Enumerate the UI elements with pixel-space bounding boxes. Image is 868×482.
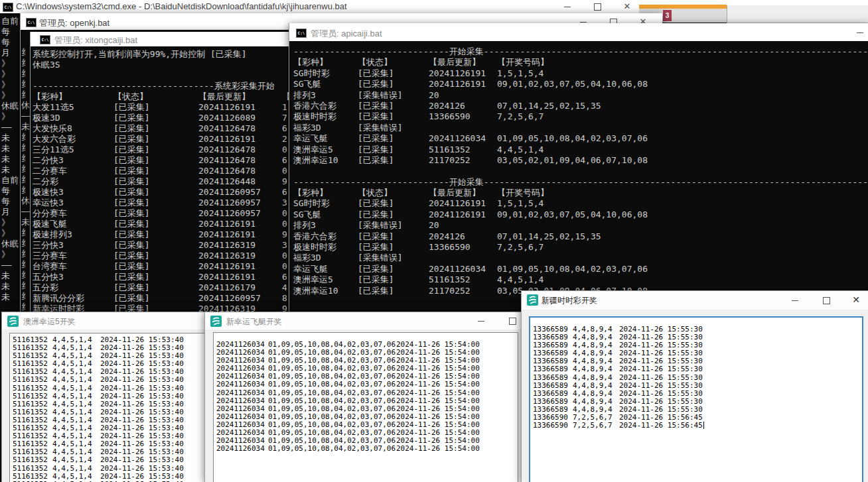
collect-divider: ------------------------------开始采集------… bbox=[293, 177, 868, 188]
table-row: 幸运快3 [已采集] 202411260957 3 bbox=[33, 198, 291, 208]
list-row: 20241126034 01,09,05,10,08,04,02,03,07,0… bbox=[214, 445, 518, 453]
cmd-icon[interactable]: C:\ bbox=[296, 29, 307, 38]
table-row: 三分快3 [已采集] 20241126319 3 bbox=[33, 240, 291, 251]
table-row: 极速时时彩 [已采集] 13366590 7,2,5,6,7 bbox=[293, 111, 868, 122]
table-row: 二分赛车 [已采集] 20241126478 0 bbox=[33, 166, 291, 176]
list-row: 51161352 4,4,5,1,4 2024-11-26 15:53:40 bbox=[10, 392, 206, 400]
maximize-button[interactable] bbox=[504, 315, 520, 327]
col-status: 【状态】 bbox=[358, 57, 429, 68]
table-row: 新腾讯分分彩 [已采集] 202411260957 8 bbox=[33, 293, 291, 304]
minimize-icon bbox=[792, 300, 798, 301]
cmd-icon[interactable]: C:\ bbox=[26, 18, 36, 27]
list-row: 51161352 4,4,5,1,4 2024-11-26 15:53:40 bbox=[10, 465, 206, 473]
easy-language-icon[interactable] bbox=[7, 316, 19, 327]
close-button[interactable]: ✕ bbox=[619, 1, 635, 13]
close-button[interactable]: ✕ bbox=[848, 294, 864, 306]
table-row: 极速快3 [已采集] 202411260957 6 bbox=[33, 187, 291, 198]
window-aozhou-xingyun5: 澳洲幸运5开奖 51161352 4,4,5,1,4 2024-11-26 15… bbox=[1, 312, 210, 482]
cmd-icon[interactable]: C:\ bbox=[40, 35, 50, 44]
table-header: 【彩种】 【状态】 【最后更新】 【开 bbox=[33, 91, 291, 102]
col-status: 【状态】 bbox=[113, 91, 198, 102]
table-row: 排列3 [采集错误] 20 bbox=[293, 90, 868, 101]
easy-language-icon[interactable] bbox=[527, 294, 538, 306]
minimize-button[interactable] bbox=[787, 294, 803, 306]
window-title: 新幸运飞艇开奖 bbox=[226, 316, 282, 328]
table-row: 五分彩 [已采集] 20241126179 4 bbox=[33, 282, 291, 293]
draw-results-list[interactable]: 51161352 4,4,5,1,4 2024-11-26 15:53:40 5… bbox=[9, 333, 207, 482]
notification-badge: 3 bbox=[663, 10, 672, 21]
cmd-icon[interactable]: C:\ bbox=[3, 3, 13, 12]
window-title: 新疆时时彩开奖 bbox=[542, 295, 597, 306]
titlebar-aozhou[interactable]: 澳洲幸运5开奖 bbox=[2, 312, 210, 330]
list-row: 51161352 4,4,5,1,4 2024-11-26 15:53:40 bbox=[10, 456, 206, 464]
table-row: 二分彩 [已采集] 20241126448 9 bbox=[33, 176, 291, 187]
col-last-update: 【最后更新】 bbox=[198, 91, 282, 102]
minimize-button[interactable] bbox=[559, 1, 575, 13]
collection-table-1: SG时时彩 [已采集] 20241126191 1,5,1,5,4 SG飞艇 [… bbox=[293, 68, 868, 166]
collection-table-2: SG时时彩 [已采集] 20241126191 1,5,1,5,4 SG飞艇 [… bbox=[293, 198, 868, 296]
sleep-line: 休眠3S bbox=[33, 60, 291, 70]
text-cursor bbox=[703, 422, 704, 429]
window-xinjiang-shishicai: 新疆时时彩开奖 ✕ 13366589 4,4,8,9,4 2024-11-26 … bbox=[521, 290, 868, 482]
table-row: 极速3D [已采集] 20241126089 7 bbox=[33, 113, 291, 123]
list-row: 13366590 7,2,5,6,7 2024-11-26 15:56:45 bbox=[530, 422, 862, 430]
window-title: C:\Windows\system32\cmd.exe - D:\BaiduNe… bbox=[16, 1, 347, 11]
titlebar-apicaiji[interactable]: C:\ 管理员: apicaiji.bat bbox=[289, 23, 868, 41]
titlebar-xitongcaiji[interactable]: C:\ 管理员: xitongcaiji.bat bbox=[31, 32, 291, 46]
list-row: 20241126034 01,09,05,10,08,04,02,03,07,0… bbox=[214, 397, 518, 405]
table-header: 【彩种】 【状态】 【最后更新】 【开奖号码】 bbox=[293, 188, 868, 198]
table-row: SG时时彩 [已采集] 20241126191 1,5,1,5,4 bbox=[293, 68, 868, 79]
draw-results-list[interactable]: 20241126034 01,09,05,10,08,04,02,03,07,0… bbox=[213, 332, 518, 482]
background-window-fragment-2 bbox=[727, 5, 868, 23]
list-row: 13366589 4,4,8,9,4 2024-11-26 15:55:30 bbox=[530, 374, 862, 382]
table-row: 澳洲幸运10 [已采集] 21170252 03,05,02,01,09,04,… bbox=[293, 155, 868, 166]
maximize-button[interactable] bbox=[818, 294, 834, 306]
titlebar-xinjiang[interactable]: 新疆时时彩开奖 ✕ bbox=[522, 291, 868, 310]
col-lottery-type: 【彩种】 bbox=[293, 57, 358, 68]
table-row: SG飞艇 [已采集] 20241126191 09,01,02,03,07,05… bbox=[293, 210, 868, 220]
maximize-icon bbox=[823, 297, 830, 304]
clipped-console-text: 纟纟纟纟纟休眠——未纟纟纟纟纟纟休眠——未纟纟纟纟纟纟纟纟 bbox=[21, 47, 30, 312]
table-row: 大发11选5 [已采集] 20241126191 1 bbox=[33, 102, 291, 113]
flashing-titlebar-stripe bbox=[639, 5, 727, 9]
table-row: 台湾赛车 [已采集] 20241126191 0 bbox=[33, 261, 291, 272]
table-row: 极速飞艇 [已采集] 20241126191 0 bbox=[33, 219, 291, 229]
minimize-button[interactable] bbox=[852, 27, 868, 38]
window-title: 管理员: openkj.bat bbox=[39, 17, 109, 29]
table-row: 二分快3 [已采集] 20241126478 6 bbox=[33, 155, 291, 166]
minimize-button[interactable] bbox=[473, 315, 489, 327]
clipped-console-text: 自前每每月》》》》休眠》——未未未未自前每每月》》休眠》——未未未 bbox=[1, 16, 19, 314]
window-title: 管理员: xitongcaiji.bat bbox=[54, 34, 137, 46]
maximize-icon bbox=[509, 318, 516, 325]
table-row: 五分快3 [已采集] 20241126191 6 bbox=[33, 272, 291, 282]
table-row: 幸运飞艇 [已采集] 20241126034 01,09,05,10,08,04… bbox=[293, 264, 868, 274]
table-row: 大发六合彩 [已采集] 20241126191 2 bbox=[33, 134, 291, 145]
desktop: { "appearance": { "console_bg": "#0c0c0c… bbox=[0, 0, 868, 482]
section-divider: -----------------------------------系统彩采集… bbox=[33, 81, 291, 91]
table-row: 澳洲幸运5 [已采集] 51161352 4,4,5,1,4 bbox=[293, 274, 868, 285]
minimize-icon bbox=[857, 32, 863, 33]
minimize-icon bbox=[580, 22, 587, 23]
window-xin-xingyun-feiting: 新幸运飞艇开奖 20241126034 01,09,05,10,08,04,02… bbox=[204, 312, 526, 482]
table-row: 三分11选5 [已采集] 20241126478 0 bbox=[33, 145, 291, 155]
table-row: 幸运飞艇 [已采集] 20241126034 01,09,05,10,08,04… bbox=[293, 133, 868, 144]
table-row: SG飞艇 [已采集] 20241126191 09,01,02,03,07,05… bbox=[293, 79, 868, 90]
maximize-button[interactable] bbox=[589, 1, 605, 13]
table-header: 【彩种】 【状态】 【最后更新】 【开奖号码】 bbox=[293, 57, 868, 68]
list-row: 51161352 4,4,5,1,4 2024-11-26 15:53:40 bbox=[10, 473, 206, 481]
draw-results-list[interactable]: 13366589 4,4,8,9,4 2024-11-26 15:55:30 1… bbox=[529, 316, 863, 482]
table-row: 极速排列3 [已采集] 20241126191 9 bbox=[33, 229, 291, 240]
titlebar-xinfeiting[interactable]: 新幸运飞艇开奖 bbox=[205, 312, 525, 330]
collect-divider: ------------------------------开始采集------… bbox=[293, 46, 868, 57]
list-row: 13366589 4,4,8,9,4 2024-11-26 15:55:30 bbox=[530, 382, 862, 390]
minimize-icon bbox=[564, 7, 571, 7]
list-row: 20241126034 01,09,05,10,08,04,02,03,07,0… bbox=[214, 389, 518, 397]
table-row: 大发快乐8 [已采集] 20241126478 6 bbox=[33, 123, 291, 134]
col-draw-numbers: 【开奖号码】 bbox=[497, 57, 549, 68]
list-row: 51161352 4,4,5,1,4 2024-11-26 15:53:40 bbox=[10, 376, 206, 384]
easy-language-icon[interactable] bbox=[210, 316, 222, 327]
col-lottery-type: 【彩种】 bbox=[33, 91, 113, 102]
table-row: 福彩3D [采集错误] bbox=[293, 123, 868, 133]
list-row: 20241126034 01,09,05,10,08,04,02,03,07,0… bbox=[214, 381, 518, 389]
collection-table: 大发11选5 [已采集] 20241126191 1 极速3D [已采集] 20… bbox=[33, 102, 291, 314]
